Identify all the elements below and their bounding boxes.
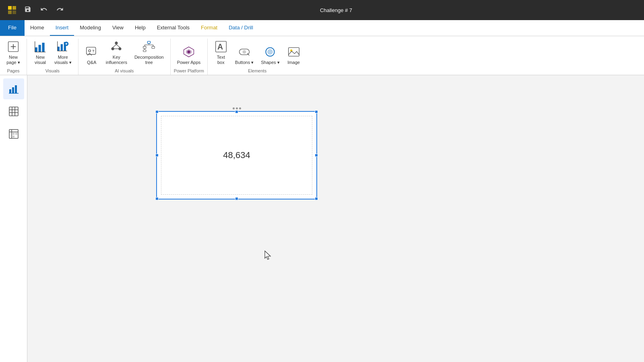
ribbon-group-ai-visuals: ? Q&A	[78, 39, 171, 75]
qa-icon: ?	[85, 45, 98, 58]
key-influencers-icon	[110, 40, 123, 53]
resize-handle-bottom-center[interactable]	[235, 197, 238, 200]
svg-rect-3	[12, 10, 16, 14]
svg-rect-2	[8, 10, 12, 14]
svg-rect-39	[143, 50, 146, 51]
menu-insert[interactable]: Insert	[50, 20, 74, 36]
shapes-button[interactable]: Shapes ▾	[258, 39, 283, 67]
menu-help[interactable]: Help	[129, 20, 151, 36]
svg-text:A: A	[217, 42, 223, 51]
key-influencers-button[interactable]: Keyinfluencers	[103, 39, 130, 67]
undo-button[interactable]	[37, 4, 51, 16]
menu-modeling[interactable]: Modeling	[74, 20, 107, 36]
new-page-button[interactable]: Newpage ▾	[3, 39, 23, 67]
menu-data-drill[interactable]: Data / Drill	[223, 20, 259, 36]
qa-label: Q&A	[87, 60, 96, 65]
main-content: 48,634	[0, 75, 644, 362]
more-visuals-button[interactable]: Morevisuals ▾	[51, 39, 75, 67]
svg-rect-37	[152, 46, 155, 48]
svg-rect-7	[35, 47, 37, 52]
elements-group-label: Elements	[211, 67, 304, 75]
power-apps-button[interactable]: Power Apps	[174, 39, 204, 67]
svg-rect-65	[15, 133, 17, 135]
menu-bar: File Home Insert Modeling View Help Exte…	[0, 20, 644, 36]
resize-handle-bottom-right[interactable]	[315, 197, 318, 200]
decomposition-tree-icon	[142, 40, 155, 53]
visual-card-inner: 48,634	[161, 116, 312, 195]
visual-value: 48,634	[223, 150, 250, 160]
visual-card-selected[interactable]: 48,634	[156, 111, 317, 200]
image-button[interactable]: Image	[284, 39, 304, 67]
text-box-icon: A	[215, 40, 227, 53]
dot-3	[239, 107, 241, 109]
image-icon	[287, 45, 300, 58]
ribbon: Newpage ▾ Pages Newvisual	[0, 36, 644, 75]
svg-point-21	[89, 49, 91, 51]
svg-point-49	[267, 49, 273, 55]
visual-options-dots[interactable]	[156, 107, 317, 109]
resize-handle-middle-right[interactable]	[315, 154, 318, 157]
new-page-icon	[7, 40, 20, 53]
menu-format[interactable]: Format	[195, 20, 223, 36]
menu-external-tools[interactable]: External Tools	[151, 20, 195, 36]
resize-handle-top-right[interactable]	[315, 110, 318, 113]
decomposition-tree-button[interactable]: Decompositiontree	[131, 39, 167, 67]
svg-text:?: ?	[92, 49, 94, 53]
redo-button[interactable]	[53, 4, 67, 16]
shapes-label: Shapes ▾	[261, 60, 279, 65]
ribbon-items-pages: Newpage ▾	[3, 39, 23, 67]
ribbon-items-ai-visuals: ? Q&A	[82, 39, 167, 67]
new-page-label: Newpage ▾	[6, 55, 20, 65]
ribbon-items-power-platform: Power Apps	[174, 39, 204, 67]
svg-rect-54	[15, 85, 17, 93]
save-button[interactable]	[21, 4, 35, 16]
svg-point-42	[187, 50, 190, 53]
qa-button[interactable]: ? Q&A	[82, 39, 102, 67]
svg-rect-53	[12, 87, 14, 93]
key-influencers-label: Keyinfluencers	[106, 55, 127, 65]
sidebar-matrix-button[interactable]	[3, 123, 24, 144]
visuals-group-label: Visuals	[30, 67, 75, 75]
svg-line-26	[113, 44, 116, 47]
menu-file[interactable]: File	[0, 20, 25, 36]
resize-handle-top-left[interactable]	[155, 110, 159, 113]
decomposition-tree-label: Decompositiontree	[134, 55, 164, 65]
new-visual-icon	[34, 40, 47, 53]
title-bar-actions	[21, 4, 67, 16]
svg-rect-52	[9, 89, 11, 93]
dot-1	[233, 107, 235, 109]
resize-handle-middle-left[interactable]	[155, 154, 159, 157]
svg-rect-66	[12, 136, 14, 138]
ribbon-group-pages: Newpage ▾ Pages	[0, 39, 27, 75]
buttons-label: Buttons ▾	[235, 60, 254, 65]
image-label: Image	[287, 60, 300, 65]
svg-rect-50	[288, 47, 299, 56]
svg-rect-1	[12, 6, 16, 10]
title-bar-left	[6, 4, 67, 16]
svg-point-46	[243, 50, 246, 53]
menu-view[interactable]: View	[107, 20, 129, 36]
svg-rect-36	[143, 46, 146, 48]
resize-handle-top-center[interactable]	[235, 110, 238, 113]
buttons-icon	[238, 45, 251, 58]
svg-rect-13	[61, 44, 63, 51]
ai-visuals-group-label: AI visuals	[82, 67, 167, 75]
sidebar-table-button[interactable]	[3, 101, 24, 122]
more-visuals-label: Morevisuals ▾	[54, 55, 72, 65]
svg-rect-64	[12, 133, 14, 135]
svg-line-27	[116, 44, 120, 47]
visual-card-wrapper: 48,634	[156, 107, 317, 200]
text-box-button[interactable]: A Textbox	[211, 39, 231, 67]
menu-home[interactable]: Home	[25, 20, 50, 36]
resize-handle-bottom-left[interactable]	[155, 197, 159, 200]
svg-rect-8	[39, 45, 41, 52]
ribbon-items-visuals: Newvisual Morevisuals ▾	[30, 39, 75, 67]
power-apps-icon	[182, 45, 195, 58]
buttons-button[interactable]: Buttons ▾	[232, 39, 257, 67]
sidebar-bar-chart-button[interactable]	[3, 78, 24, 99]
new-visual-button[interactable]: Newvisual	[30, 39, 50, 67]
svg-rect-0	[8, 6, 12, 10]
power-apps-label: Power Apps	[177, 60, 201, 65]
more-visuals-icon	[56, 40, 69, 53]
dot-2	[236, 107, 238, 109]
